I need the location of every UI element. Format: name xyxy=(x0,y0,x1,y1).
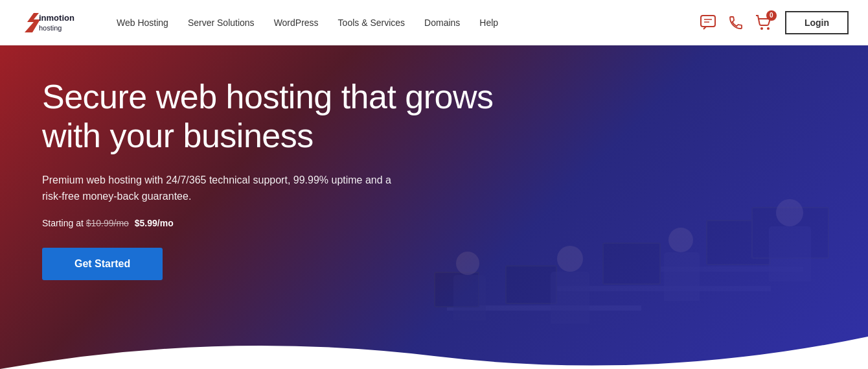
header-icons: 0 xyxy=(700,14,772,31)
svg-point-7 xyxy=(767,27,770,30)
logo[interactable]: inmotion hosting xyxy=(19,8,91,37)
get-started-button[interactable]: Get Started xyxy=(42,248,163,280)
nav-item-wordpress[interactable]: WordPress xyxy=(274,18,319,28)
svg-rect-3 xyxy=(701,16,715,27)
cart-icon[interactable]: 0 xyxy=(755,14,772,31)
chat-icon[interactable] xyxy=(700,14,716,31)
nav-item-server-solutions[interactable]: Server Solutions xyxy=(188,18,255,28)
hero-title: Secure web hosting that grows with your … xyxy=(42,78,496,156)
wave-decoration xyxy=(0,317,868,369)
hero-pricing: Starting at $10.99/mo $5.99/mo xyxy=(42,218,496,228)
nav-item-help[interactable]: Help xyxy=(479,18,498,28)
hero-subtitle: Premium web hosting with 24/7/365 techni… xyxy=(42,172,405,205)
hero-content: Secure web hosting that grows with your … xyxy=(42,78,496,280)
svg-marker-0 xyxy=(23,13,40,32)
svg-text:hosting: hosting xyxy=(39,24,62,32)
main-nav: Web Hosting Server Solutions WordPress T… xyxy=(117,18,700,28)
login-button[interactable]: Login xyxy=(785,11,849,34)
new-price: $5.99/mo xyxy=(135,218,174,228)
site-header: inmotion hosting Web Hosting Server Solu… xyxy=(0,0,868,45)
nav-item-web-hosting[interactable]: Web Hosting xyxy=(117,18,168,28)
cart-count-badge: 0 xyxy=(766,10,777,21)
nav-item-tools-services[interactable]: Tools & Services xyxy=(338,18,405,28)
phone-icon[interactable] xyxy=(728,15,744,30)
old-price: $10.99/mo xyxy=(86,218,129,228)
pricing-prefix: Starting at xyxy=(42,218,84,228)
svg-text:inmotion: inmotion xyxy=(39,13,74,23)
nav-item-domains[interactable]: Domains xyxy=(424,18,460,28)
hero-section: Secure web hosting that grows with your … xyxy=(0,45,868,369)
svg-point-6 xyxy=(760,27,763,30)
